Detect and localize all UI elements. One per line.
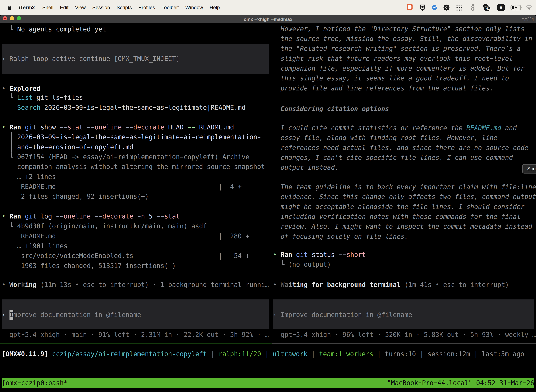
menu-item-help[interactable]: Help <box>206 5 223 10</box>
text-segment: including verification notes with those … <box>273 213 521 220</box>
text-segment <box>122 123 125 131</box>
terminal-row: 2 files changed, 92 insertions(+) <box>2 191 149 201</box>
text-segment: copyleft) Archive <box>184 153 249 161</box>
battery-charging-icon[interactable] <box>509 5 524 10</box>
text-segment: decorate <box>102 213 133 220</box>
text-segment: output instead. <box>273 164 339 171</box>
hyphen-glyph <box>44 132 48 142</box>
macos-menu-bar: iTerm2ShellEditViewSessionScriptsProfile… <box>0 0 536 15</box>
text-segment: as <box>129 133 137 141</box>
terminal-row: • Working (11m 13s • esc to interrupt) ·… <box>2 280 269 290</box>
menu-item-edit[interactable]: Edit <box>57 5 72 10</box>
text-segment: of <box>79 143 87 151</box>
text-segment: changes, I can't cite specific file line… <box>273 154 513 161</box>
inactive-pane-border <box>273 344 536 344</box>
text-segment: short <box>346 251 366 258</box>
screen-share-overlay-button[interactable]: Scre <box>522 164 536 173</box>
hyphen-glyph <box>133 103 137 112</box>
text-segment: W <box>10 281 13 289</box>
hyphen-glyph <box>339 250 343 260</box>
apple-menu[interactable] <box>8 5 12 10</box>
text-segment: List <box>17 94 33 101</box>
wifi-icon[interactable] <box>524 5 536 10</box>
activity-blue-icon[interactable] <box>429 5 440 10</box>
menu-items: iTerm2ShellEditViewSessionScriptsProfile… <box>15 5 223 10</box>
chat-app-icon[interactable] <box>403 4 416 11</box>
text-segment <box>52 213 56 220</box>
status-segment: ralph:11/20 <box>218 350 261 358</box>
circle-chevron-icon[interactable] <box>440 5 452 11</box>
text-segment <box>2 143 10 151</box>
status-segment: | <box>308 350 319 358</box>
menu-item-session[interactable]: Session <box>89 5 113 10</box>
text-segment: 1903 files changed, 513517 insertions(+) <box>2 262 176 270</box>
text-segment: the <box>95 133 106 141</box>
text-segment: slight risk that future readers may over… <box>273 55 490 62</box>
tmux-pane-divider[interactable] <box>271 23 271 344</box>
menu-item-scripts[interactable]: Scripts <box>113 5 135 10</box>
terminal-row: … +2 lines <box>2 172 56 182</box>
text-segment: might be acceptable alongside the file l… <box>273 203 525 210</box>
text-segment: No agents completed yet <box>17 25 106 33</box>
text-segment <box>13 133 17 141</box>
terminal-row: output instead. <box>273 163 339 173</box>
terminal-content[interactable]: No agents completed yet› Ralph loop acti… <box>0 15 536 391</box>
hyphen-glyph <box>60 122 64 132</box>
text-segment: 4b9d30f (origin/main, instructkr/main, m… <box>13 222 207 230</box>
shield-grid-icon[interactable] <box>416 4 429 11</box>
terminal-row: companion file, especially if more comme… <box>273 64 525 73</box>
text-segment: 5.4 xhigh · main · 91% left · 2.31M in ·… <box>25 331 269 338</box>
text-segment: • <box>2 85 10 92</box>
text-segment: I could cite commit statistics or refere… <box>273 124 467 132</box>
status-segment: [OMX#0.11.9] <box>2 350 48 358</box>
text-segment: • <box>2 281 10 289</box>
text-segment: 5 <box>149 213 153 220</box>
text-segment: legal <box>72 133 91 141</box>
menu-item-shell[interactable]: Shell <box>39 5 57 10</box>
text-segment: 03 <box>64 104 72 111</box>
text-segment: log <box>40 213 52 220</box>
hyphen-glyph <box>87 142 91 152</box>
input-source-a-icon[interactable]: A <box>493 4 509 11</box>
menu-item-view[interactable]: View <box>72 5 89 10</box>
text-segment: • <box>2 123 10 131</box>
text-segment: 2 files changed, 92 insertions(+) <box>2 193 149 200</box>
text-segment: Pro <box>422 379 433 387</box>
menu-item-toolbelt[interactable]: Toolbelt <box>158 5 182 10</box>
terminal-row: this single essay, it seems like a good … <box>273 73 509 83</box>
dot-grid-icon[interactable] <box>452 5 466 10</box>
text-segment: of focusing solely on file lines. <box>273 233 408 240</box>
text-segment: HEAD <box>168 123 184 131</box>
text-segment: 1 background terminal runni… <box>160 281 269 289</box>
text-segment: same <box>110 133 125 141</box>
text-segment: 2026 <box>40 104 60 111</box>
text-segment: › Improve documentation in @filename <box>273 311 412 319</box>
text-segment: ing <box>25 281 37 289</box>
menu-item-profiles[interactable]: Profiles <box>135 5 158 10</box>
text-segment <box>195 123 199 131</box>
menu-item-iterm2[interactable]: iTerm2 <box>15 5 39 10</box>
hyphen-glyph <box>180 132 184 142</box>
text-segment: Search <box>17 104 40 111</box>
terminal-row: essay file, along with finding root file… <box>273 133 498 143</box>
tree-line-glyph <box>10 142 13 152</box>
menu-item-window[interactable]: Window <box>182 5 206 10</box>
text-segment <box>153 213 157 220</box>
text-segment: essay file, along with finding root file… <box>273 134 498 142</box>
text-segment <box>37 213 40 220</box>
text-segment: erosion <box>48 143 75 151</box>
cloud-61-badge-icon[interactable]: ..61 <box>480 4 493 11</box>
wireguard-dragon-icon[interactable] <box>466 4 480 11</box>
text-segment: gpt <box>2 331 21 338</box>
terminal-row: 4b9d30f (origin/main, instructkr/main, m… <box>2 221 207 231</box>
terminal-row: might be acceptable alongside the file l… <box>273 202 525 212</box>
text-segment: the "Related research writing" section i… <box>273 45 521 52</box>
hyphen-glyph <box>64 122 67 132</box>
text-segment: README.md <box>466 124 501 132</box>
hyphen-glyph <box>507 378 511 388</box>
text-segment: stat <box>164 213 180 220</box>
hyphen-glyph <box>75 142 79 152</box>
text-segment: and <box>17 143 29 151</box>
text-segment: copyleft.md <box>91 143 133 151</box>
text-segment: cczip0:bash* <box>21 379 67 387</box>
